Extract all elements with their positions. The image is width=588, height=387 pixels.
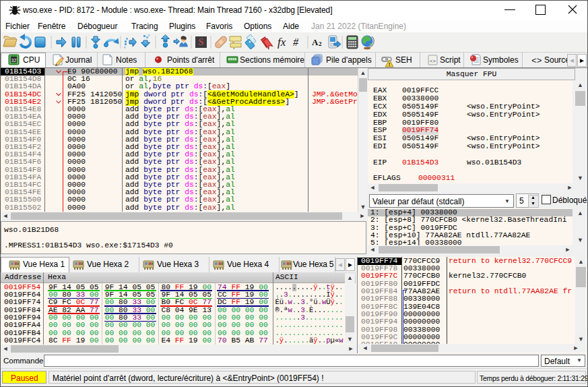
svg-text:#: #	[293, 36, 299, 48]
svg-text:S: S	[199, 37, 204, 47]
svg-text:A: A	[312, 37, 319, 47]
svg-text:2: 2	[319, 40, 322, 47]
svg-text:<>: <>	[430, 58, 436, 64]
svg-text:!: !	[389, 61, 391, 67]
svg-text:<>: <>	[531, 56, 542, 66]
svg-text:32: 32	[11, 58, 17, 63]
svg-text:fx: fx	[277, 36, 286, 49]
